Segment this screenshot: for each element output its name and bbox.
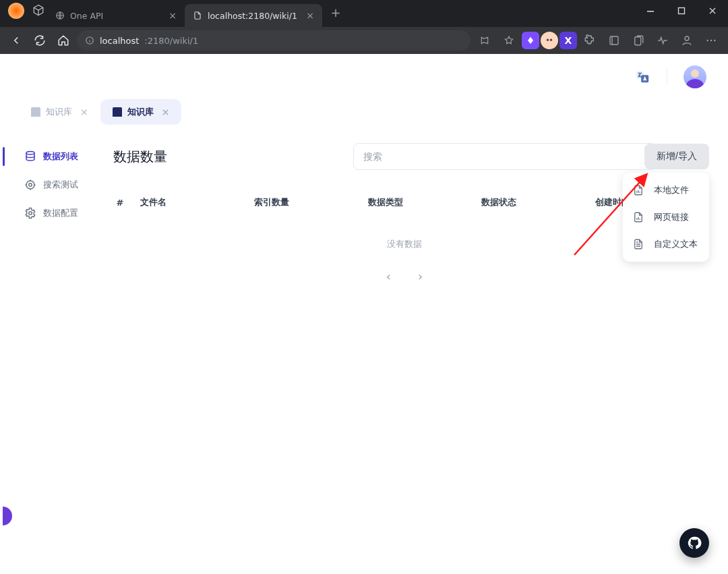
page-tab-active[interactable]: 知识库 × [100, 99, 182, 125]
svg-point-8 [685, 36, 689, 40]
cube-icon [32, 4, 44, 16]
dropdown-item-web-link[interactable]: 网页链接 [623, 204, 709, 231]
close-icon[interactable]: × [80, 107, 88, 117]
favorites-bar-icon[interactable] [603, 30, 626, 51]
omnibox[interactable]: localhost:2180/wiki/1 [77, 30, 471, 51]
favorite-icon[interactable] [497, 30, 520, 51]
col-data-status: 数据状态 [481, 196, 595, 208]
extension-2[interactable] [541, 32, 558, 49]
extensions-icon[interactable] [578, 30, 601, 51]
search-box [353, 143, 636, 170]
refresh-button[interactable] [29, 30, 50, 51]
svg-point-4 [547, 39, 549, 41]
empty-state: 没有数据 [100, 214, 709, 257]
avatar[interactable] [684, 65, 706, 88]
collections-icon[interactable] [627, 30, 650, 51]
header-divider [667, 68, 667, 86]
file-bar-icon [632, 184, 644, 196]
pager: ‹ › [100, 257, 709, 295]
main: 数据数量 新增/导入 本地文件 [100, 143, 709, 574]
extension-1[interactable]: ♦ [522, 32, 539, 49]
browser-tabs: One API × localhost:2180/wiki/1 × + [0, 0, 635, 27]
sidebar-item-data-config[interactable]: 数据配置 [19, 200, 100, 227]
close-icon[interactable]: × [169, 11, 177, 20]
target-icon [24, 179, 36, 191]
col-filename: 文件名 [140, 196, 254, 208]
github-icon [687, 536, 702, 550]
pager-next[interactable]: › [418, 269, 423, 283]
col-data-type: 数据类型 [368, 196, 482, 208]
browser-tab-localhost[interactable]: localhost:2180/wiki/1 × [185, 4, 322, 27]
page-tab-label: 知识库 [127, 106, 154, 118]
page-title: 数据数量 [100, 148, 167, 166]
maximize-button[interactable] [666, 0, 697, 22]
svg-point-17 [29, 212, 32, 215]
globe-icon [55, 11, 65, 20]
col-index: # [100, 196, 140, 208]
col-index-count: 索引数量 [254, 196, 368, 208]
file-link-icon [632, 211, 644, 223]
home-button[interactable] [53, 30, 74, 51]
extension-3[interactable]: X [559, 32, 577, 49]
github-fab[interactable] [679, 528, 709, 558]
svg-rect-2 [679, 8, 685, 14]
heartbeat-icon[interactable] [651, 30, 674, 51]
svg-rect-6 [610, 36, 618, 45]
title-bar: One API × localhost:2180/wiki/1 × + [0, 0, 728, 27]
svg-point-16 [29, 183, 32, 187]
pager-prev[interactable]: ‹ [386, 269, 391, 283]
bookmark-icon [31, 107, 40, 117]
browser-tab-label: localhost:2180/wiki/1 [208, 11, 297, 21]
dropdown-item-label: 自定义文本 [654, 238, 698, 250]
profile-icon[interactable] [675, 30, 698, 51]
new-tab-button[interactable]: + [326, 3, 345, 22]
svg-rect-7 [635, 37, 641, 45]
window-close-button[interactable] [697, 0, 728, 22]
page-tabs: 知识库 × 知识库 × [3, 97, 725, 127]
sidebar-item-data-list[interactable]: 数据列表 [19, 143, 100, 170]
sidebar-item-search-test[interactable]: 搜索测试 [19, 171, 100, 198]
close-icon[interactable]: × [162, 107, 170, 117]
page: 知识库 × 知识库 × 数据列表 [0, 54, 728, 574]
browser-window: One API × localhost:2180/wiki/1 × + [0, 0, 728, 574]
more-icon[interactable] [700, 30, 723, 51]
gear-icon [24, 207, 36, 219]
top-row: 数据数量 新增/导入 本地文件 [100, 143, 709, 170]
file-text-icon [632, 238, 644, 250]
page-header [3, 57, 725, 97]
page-tab-label: 知识库 [46, 106, 72, 118]
add-import-button[interactable]: 新增/导入 [644, 144, 709, 169]
info-icon [85, 36, 94, 45]
translate-icon[interactable] [634, 69, 650, 85]
browser-tab-label: One API [70, 11, 103, 21]
sidebar-item-label: 搜索测试 [43, 179, 78, 191]
url-path: :2180/wiki/1 [144, 36, 198, 46]
browser-tab-oneapi[interactable]: One API × [47, 4, 185, 27]
search-input[interactable] [353, 143, 657, 170]
close-icon[interactable]: × [306, 11, 314, 20]
dropdown-item-label: 网页链接 [654, 211, 689, 223]
svg-point-11 [714, 40, 715, 41]
svg-point-10 [710, 40, 712, 41]
sidebar-item-label: 数据列表 [43, 150, 78, 163]
content: 数据列表 搜索测试 数据配置 数 [3, 127, 725, 574]
sidebar-item-label: 数据配置 [43, 207, 78, 219]
dropdown-item-custom-text[interactable]: 自定义文本 [623, 231, 709, 258]
read-aloud-icon[interactable] [473, 30, 496, 51]
page-icon [193, 11, 202, 20]
svg-rect-1 [647, 11, 654, 12]
svg-point-15 [26, 181, 34, 189]
url-host: localhost [100, 36, 139, 46]
table-header: # 文件名 索引数量 数据类型 数据状态 创建时间 [100, 190, 709, 214]
dropdown-item-label: 本地文件 [654, 184, 689, 196]
address-bar: localhost:2180/wiki/1 ♦ X [0, 27, 728, 54]
svg-point-14 [26, 152, 34, 155]
sidebar: 数据列表 搜索测试 数据配置 [19, 143, 100, 574]
page-tab-inactive[interactable]: 知识库 × [19, 99, 100, 125]
back-button[interactable] [5, 30, 26, 51]
database-icon [24, 150, 36, 163]
dropdown-item-local-file[interactable]: 本地文件 [623, 177, 709, 204]
window-controls [635, 0, 728, 27]
minimize-button[interactable] [635, 0, 666, 22]
add-import-dropdown: 本地文件 网页链接 自定义文本 [623, 173, 709, 262]
